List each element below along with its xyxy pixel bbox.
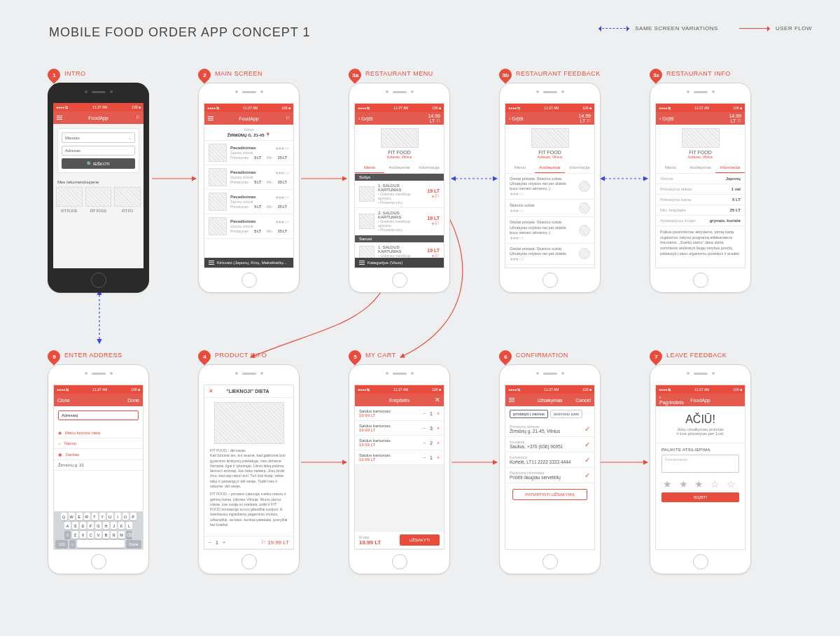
- pin-6: 6: [496, 347, 514, 365]
- tab-feedback[interactable]: Atsiliepimai: [685, 163, 715, 173]
- tab-menu[interactable]: Meniu: [505, 163, 535, 173]
- confirm-row[interactable]: Papildoma informacijaPridėti daugiau ser…: [505, 468, 594, 483]
- pin-label-2: MAIN SCREEN: [215, 70, 262, 77]
- tab-feedback[interactable]: Atsiliepimai: [535, 163, 564, 173]
- pin-3a: 3a: [346, 66, 363, 83]
- category-filter[interactable]: Kategorijos (Visos): [355, 258, 444, 268]
- thumb[interactable]: FIT FO: [114, 187, 141, 213]
- legend-flow: USER FLOW: [776, 25, 812, 32]
- send-button[interactable]: SIŲSTI: [662, 492, 739, 502]
- done-button[interactable]: Done: [122, 398, 139, 403]
- info-row: Pristatymo laikas1 val: [656, 184, 745, 195]
- plus-button[interactable]: +: [437, 426, 440, 431]
- add-to-cart[interactable]: ⚐ 19.99 LT: [261, 539, 289, 546]
- menu-icon[interactable]: [57, 116, 62, 120]
- pin-2: 2: [195, 66, 213, 83]
- search-button[interactable]: 🔍 IEŠKOTI: [62, 158, 135, 169]
- menu-icon[interactable]: [208, 116, 214, 120]
- cart-row: Saldus kartumas19.99 LT −2+: [355, 436, 444, 450]
- cart-icon[interactable]: ⚐: [273, 116, 290, 121]
- close-icon[interactable]: ✕: [424, 396, 440, 403]
- phone-intro: ●●●● ⇆11:27 AM100 ■ FoodApp⚐ Miestas⌄ Ad…: [48, 83, 149, 293]
- menu-item[interactable]: 1. SALDUS KARTUMAS• Grietinės mėsiškojo …: [355, 242, 444, 258]
- tab-info[interactable]: Informacija: [565, 163, 594, 173]
- comment-input[interactable]: Komentaras: [662, 455, 739, 473]
- opt-location[interactable]: ◉ Mano buvimo vieta: [54, 427, 143, 438]
- cart-icon[interactable]: ⚐: [123, 115, 140, 120]
- minus-button[interactable]: −: [423, 441, 426, 445]
- restaurant-row[interactable]: Pavadinimas★★★☆☆ Juponų virtuvė Pristaty…: [204, 141, 293, 165]
- legend: SAME SCREEN VARIATIONS USER FLOW: [598, 25, 812, 32]
- restaurant-row[interactable]: Pavadinimas★★★☆☆ Juponų virtuvė Pristaty…: [204, 165, 293, 190]
- address-field[interactable]: Adresas|: [58, 410, 139, 420]
- pin-label-4: PRODUCT INFO: [215, 352, 267, 359]
- plus-button[interactable]: +: [437, 455, 440, 460]
- toggle-pickup[interactable]: atsiimsiu pats: [550, 410, 582, 418]
- close-button[interactable]: Close: [57, 398, 74, 403]
- cart-row: Saldus kartumas19.99 LT −3+: [355, 421, 444, 436]
- minus-button[interactable]: −: [423, 411, 426, 416]
- menu-item[interactable]: 1. SALDUS KARTUMAS• Grietinės mėsiškojo …: [355, 181, 444, 208]
- minus-button[interactable]: −: [423, 426, 426, 431]
- phone-info: ●●●● ⇆11:27 AM100 ■ ‹ Grįžti14.99 LT ⚐ F…: [650, 83, 751, 293]
- thanks-title: AČIŪ!: [656, 406, 745, 427]
- recommend-label: Mes rekomenduojame: [53, 177, 144, 187]
- legend-variation: SAME SCREEN VARIATIONS: [635, 25, 718, 32]
- opt-home[interactable]: ⌂ Namai: [54, 438, 143, 449]
- review-row: Greitai pristatė. Skaniūs sušiai. Užsaky…: [505, 217, 594, 243]
- menu-icon[interactable]: [509, 398, 514, 402]
- address-input[interactable]: Adresas: [62, 146, 135, 155]
- confirm-row[interactable]: Pristatymo adresasŽirmūnų g. 21-45, Viln…: [505, 422, 594, 437]
- review-row: Greitai pristatė. Skaniūs sušiai. Užsaky…: [505, 244, 594, 265]
- restaurant-row[interactable]: Pavadinimas★★★☆☆ Juponų virtuvė Pristaty…: [204, 190, 293, 214]
- back-button[interactable]: ‹ Grįžti: [509, 116, 526, 121]
- cart-row: Saldus kartumas19.99 LT −1+: [355, 406, 444, 421]
- order-button[interactable]: UŽSAKYTI: [400, 534, 440, 546]
- pin-3b: 3b: [496, 66, 514, 83]
- thumb[interactable]: FIT FOOD: [56, 187, 83, 213]
- phone-product: ✕"LIEKNOJI" DIETA FIT FOOD - dėl savęs. …: [198, 364, 300, 574]
- tab-menu[interactable]: Meniu: [656, 163, 685, 173]
- cancel-button[interactable]: Cancel: [574, 398, 591, 403]
- confirm-button[interactable]: PATVIRTINTI UŽSAKYMĄ: [512, 489, 587, 500]
- plus-button[interactable]: +: [223, 540, 225, 545]
- pin-3c: 3c: [647, 66, 664, 83]
- confirm-row[interactable]: Kortelė/pnsKortelė, LT11 2222 3333 4444 …: [505, 452, 594, 468]
- review-row: Greitai pristatė. Skaniūs sušiai. Užsaky…: [505, 174, 594, 200]
- phone-main: ●●●● ⇆11:27 AM100 ■ FoodApp⚐ Vilnius ŽIR…: [198, 83, 300, 293]
- keyboard[interactable]: QWERTYUIOPASDFGHJKL ⇧ZXCVBNM⌫ 123☺Done: [54, 511, 143, 549]
- toggle-deliver[interactable]: pristatyti į namus: [510, 410, 548, 418]
- close-icon[interactable]: ✕: [209, 388, 214, 394]
- back-button[interactable]: ‹ Pagrindinis: [659, 395, 676, 405]
- tab-info[interactable]: Informacija: [414, 163, 444, 173]
- back-button[interactable]: ‹ Grįžti: [358, 116, 375, 121]
- minus-button[interactable]: −: [209, 540, 211, 545]
- product-desc: FIT FOOD - dėl savęs. Kad būtume ten, ku…: [204, 448, 293, 489]
- opt-work[interactable]: ▣ Darbas: [54, 449, 143, 460]
- minus-button[interactable]: −: [423, 455, 426, 460]
- pin-label-3c: RESTAURANT INFO: [666, 70, 731, 77]
- phone-menu: ●●●● ⇆11:27 AM100 ■ ‹ Grįžti14.99 LT ⚐ F…: [349, 83, 450, 293]
- back-button[interactable]: ‹ Grįžti: [659, 116, 676, 121]
- confirm-row[interactable]: KontaktaiSaulius, +370 (636) 90951 ✓: [505, 437, 594, 452]
- product-desc-2: FIT FOOD – pirmasis Lietuvoje sveiko mai…: [204, 489, 293, 530]
- phone-address: ●●●● ⇆11:27 AM100 ■ CloseDone Adresas| ◉…: [48, 364, 149, 574]
- city-input[interactable]: Miestas⌄: [62, 132, 135, 143]
- tab-menu[interactable]: Meniu: [355, 163, 384, 173]
- tab-info[interactable]: Informacija: [715, 163, 745, 173]
- restaurant-row[interactable]: Pavadinimas★★★☆☆ Juponų virtuvė Pristaty…: [204, 214, 293, 239]
- plus-button[interactable]: +: [437, 411, 440, 416]
- filter-bar[interactable]: Kirtuvės (Japonų, Kinų, Meksikiečių...: [204, 258, 293, 268]
- pin-label-7: LEAVE FEEDBACK: [666, 352, 727, 359]
- pin-label-3a: RESTAURANT MENU: [365, 70, 433, 77]
- tab-feedback[interactable]: Atsiliepimai: [384, 163, 414, 173]
- pin-5: 5: [346, 347, 363, 365]
- suggestion[interactable]: Žirmūnų g. 21: [54, 460, 143, 471]
- pin-label-1: INTRO: [64, 70, 86, 77]
- plus-button[interactable]: +: [437, 441, 440, 445]
- menu-item[interactable]: 2. SALDUS KARTUMAS• Grietinės mėsiškojo …: [355, 208, 444, 235]
- star-rating[interactable]: ★ ★ ★ ☆ ☆: [662, 476, 739, 492]
- location-row[interactable]: Vilnius ŽIRMŪNŲ G. 21-45 📍: [204, 125, 293, 141]
- thumb[interactable]: FIT FOOD: [85, 187, 112, 213]
- phone-feedback: ●●●● ⇆11:27 AM100 ■ ‹ Grįžti14.99 LT ⚐ F…: [499, 83, 601, 293]
